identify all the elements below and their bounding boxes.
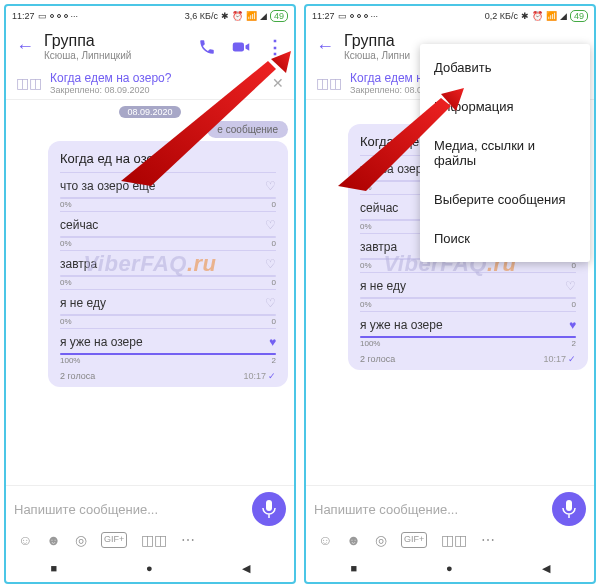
alarm-icon: ⏰ [232, 11, 243, 21]
poll-button[interactable]: ◫◫ [441, 532, 467, 548]
heart-icon[interactable]: ♡ [265, 179, 276, 193]
emoji-button[interactable]: ☻ [46, 532, 61, 548]
emoji-button[interactable]: ☻ [346, 532, 361, 548]
poll-option[interactable]: я не еду♡ 0%0 [360, 272, 576, 311]
heart-icon[interactable]: ♡ [265, 296, 276, 310]
composer: Напишите сообщение... ☺ ☻ ◎ GIF+ ◫◫ ⋯ [306, 485, 594, 554]
appbar: ← Группа Ксюша, Липницкий ⋮ [6, 26, 294, 67]
wifi-icon: 📶 [546, 11, 557, 21]
gif-button[interactable]: GIF+ [101, 532, 127, 548]
bluetooth-icon: ✱ [521, 11, 529, 21]
overflow-menu: Добавить Информация Медиа, ссылки и файл… [420, 44, 590, 262]
heart-icon[interactable]: ♥ [569, 318, 576, 332]
statusbar: 11:27 ▭ ··· 0,2 КБ/с ✱ ⏰ 📶 ◢ 49 [306, 6, 594, 26]
menu-item-info[interactable]: Информация [420, 87, 590, 126]
poll-question: Когда ед на озеро? [60, 151, 276, 166]
system-message: е сообщение [207, 121, 288, 138]
svg-rect-4 [566, 500, 572, 511]
poll-option[interactable]: я не еду♡ 0%0 [60, 289, 276, 328]
camera-button[interactable]: ◎ [375, 532, 387, 548]
status-dot-icon [57, 14, 61, 18]
menu-item-search[interactable]: Поиск [420, 219, 590, 258]
poll-icon: ◫◫ [316, 75, 342, 91]
chat-subtitle: Ксюша, Липницкий [44, 50, 188, 61]
voice-call-button[interactable] [198, 38, 216, 56]
heart-icon[interactable]: ♡ [265, 218, 276, 232]
heart-icon[interactable]: ♥ [269, 335, 276, 349]
message-input[interactable]: Напишите сообщение... [14, 502, 244, 517]
status-net-speed: 3,6 КБ/с [185, 11, 218, 21]
alarm-icon: ⏰ [532, 11, 543, 21]
camera-button[interactable]: ◎ [75, 532, 87, 548]
menu-item-add[interactable]: Добавить [420, 48, 590, 87]
nav-recent-button[interactable]: ■ [350, 562, 357, 574]
message-input[interactable]: Напишите сообщение... [314, 502, 544, 517]
poll-option[interactable]: я уже на озере♥ 100%2 [360, 311, 576, 350]
svg-rect-1 [266, 500, 272, 511]
pinned-bar[interactable]: ◫◫ Когда едем на озеро? Закреплено: 08.0… [6, 67, 294, 100]
nav-back-button[interactable]: ◀ [242, 562, 250, 575]
signal-icon: ◢ [560, 11, 567, 21]
statusbar: 11:27 ▭ ··· 3,6 КБ/с ✱ ⏰ 📶 ◢ 49 [6, 6, 294, 26]
sticker-button[interactable]: ☺ [18, 532, 32, 548]
poll-total-votes: 2 голоса [360, 354, 395, 364]
wifi-icon: 📶 [246, 11, 257, 21]
menu-item-select[interactable]: Выберите сообщения [420, 180, 590, 219]
bluetooth-icon: ✱ [221, 11, 229, 21]
back-button[interactable]: ← [316, 36, 334, 57]
status-time: 11:27 [312, 11, 335, 21]
voice-message-button[interactable] [252, 492, 286, 526]
pinned-close-button[interactable]: ✕ [272, 75, 284, 91]
battery-icon: 49 [270, 10, 288, 22]
nav-home-button[interactable]: ● [146, 562, 153, 574]
poll-button[interactable]: ◫◫ [141, 532, 167, 548]
heart-icon[interactable]: ♡ [565, 279, 576, 293]
sticker-button[interactable]: ☺ [318, 532, 332, 548]
message-time: 10:17 [243, 371, 266, 381]
phone-right: 11:27 ▭ ··· 0,2 КБ/с ✱ ⏰ 📶 ◢ 49 ← Группа… [304, 4, 596, 584]
delivered-icon: ✓ [268, 371, 276, 381]
status-time: 11:27 [12, 11, 35, 21]
status-net-speed: 0,2 КБ/с [485, 11, 518, 21]
pinned-title: Когда едем на озеро? [50, 71, 264, 85]
poll-option[interactable]: я уже на озере♥ 100%2 [60, 328, 276, 367]
status-dot-icon [50, 14, 54, 18]
battery-icon: 49 [570, 10, 588, 22]
poll-option[interactable]: что за озеро еще♡ 0%0 [60, 172, 276, 211]
date-separator: 08.09.2020 [119, 106, 180, 118]
menu-item-media[interactable]: Медиа, ссылки и файлы [420, 126, 590, 180]
nav-home-button[interactable]: ● [446, 562, 453, 574]
phone-left: 11:27 ▭ ··· 3,6 КБ/с ✱ ⏰ 📶 ◢ 49 ← Группа… [4, 4, 296, 584]
poll-option[interactable]: сейчас♡ 0%0 [60, 211, 276, 250]
status-chat-icon: ▭ [38, 11, 47, 21]
gif-button[interactable]: GIF+ [401, 532, 427, 548]
delivered-icon: ✓ [568, 354, 576, 364]
status-dot-icon [64, 14, 68, 18]
back-button[interactable]: ← [16, 36, 34, 57]
status-chat-icon: ▭ [338, 11, 347, 21]
chat-title[interactable]: Группа [44, 32, 188, 50]
more-options-button[interactable]: ⋯ [181, 532, 195, 548]
message-time: 10:17 [543, 354, 566, 364]
video-call-button[interactable] [232, 38, 250, 56]
signal-icon: ◢ [260, 11, 267, 21]
more-options-button[interactable]: ⋯ [481, 532, 495, 548]
composer: Напишите сообщение... ☺ ☻ ◎ GIF+ ◫◫ ⋯ [6, 485, 294, 554]
more-menu-button[interactable]: ⋮ [266, 38, 284, 56]
poll-icon: ◫◫ [16, 75, 42, 91]
nav-back-button[interactable]: ◀ [542, 562, 550, 575]
poll-total-votes: 2 голоса [60, 371, 95, 381]
android-navbar: ■ ● ◀ [6, 554, 294, 582]
pinned-subtitle: Закреплено: 08.09.2020 [50, 85, 264, 95]
android-navbar: ■ ● ◀ [306, 554, 594, 582]
voice-message-button[interactable] [552, 492, 586, 526]
poll-option[interactable]: завтра♡ 0%0 [60, 250, 276, 289]
heart-icon[interactable]: ♡ [265, 257, 276, 271]
chat-area: 08.09.2020 е сообщение Когда ед на озеро… [6, 100, 294, 485]
nav-recent-button[interactable]: ■ [50, 562, 57, 574]
svg-rect-0 [233, 42, 244, 51]
poll-message[interactable]: Когда ед на озеро? что за озеро еще♡ 0%0… [48, 141, 288, 387]
